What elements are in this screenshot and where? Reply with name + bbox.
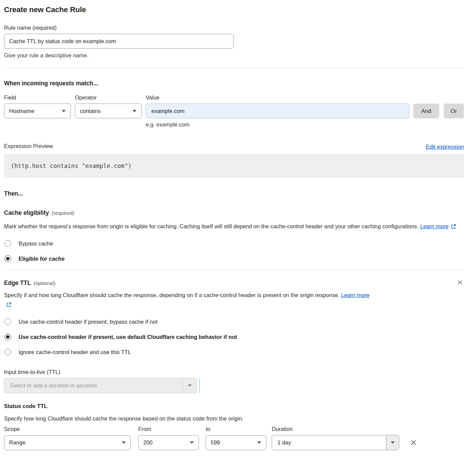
expression-preview-code: (http.host contains "example.com") bbox=[4, 154, 464, 178]
edit-expression-link[interactable]: Edit expression bbox=[426, 144, 464, 150]
required-tag: (required) bbox=[52, 210, 74, 216]
edge-ttl-description: Specify if and how long Cloudflare shoul… bbox=[4, 290, 377, 310]
cache-eligibility-description: Mark whether the request’s response from… bbox=[4, 222, 459, 232]
ttl-input-label: Input time-to-live (TTL) bbox=[4, 368, 464, 376]
cache-eligibility-learn-more-link[interactable]: Learn more bbox=[420, 223, 448, 229]
duration-select[interactable]: 1 day bbox=[272, 435, 399, 450]
status-code-ttl-section: Status code TTL Specify how long Cloudfl… bbox=[4, 402, 464, 450]
radio-icon bbox=[4, 240, 11, 247]
edge-ttl-close-icon[interactable] bbox=[456, 279, 464, 286]
radio-icon bbox=[4, 318, 11, 325]
scope-select[interactable]: Range bbox=[4, 435, 131, 450]
field-select-value: Hostname bbox=[9, 108, 34, 114]
from-label: From bbox=[138, 425, 206, 433]
duration-label: Duration bbox=[272, 425, 293, 433]
then-heading: Then... bbox=[4, 189, 464, 198]
optional-tag: (optional) bbox=[34, 280, 56, 286]
cache-eligibility-section: Cache eligibility(required) Mark whether… bbox=[4, 208, 464, 262]
radio-icon bbox=[4, 255, 11, 262]
expression-preview-label: Expression Preview bbox=[4, 142, 53, 150]
radio-icon bbox=[4, 349, 11, 355]
status-code-ttl-heading: Status code TTL bbox=[4, 402, 464, 410]
radio-option-ignore-header[interactable]: Ignore cache-control header and use this… bbox=[4, 349, 464, 355]
chevron-down-icon bbox=[132, 110, 137, 112]
ttl-select-arrow-button[interactable] bbox=[182, 378, 197, 393]
radio-option-use-header-default[interactable]: Use cache-control header if present, use… bbox=[4, 334, 464, 340]
edge-ttl-title: Edge TTL bbox=[4, 280, 31, 286]
external-link-icon bbox=[451, 222, 456, 232]
field-label: Field bbox=[4, 93, 75, 102]
duration-select-arrow-button[interactable] bbox=[386, 435, 399, 450]
value-helper: e.g. example.com bbox=[146, 121, 464, 128]
duration-select-value: 1 day bbox=[272, 435, 386, 450]
radio-label: Use cache-control header if present, use… bbox=[19, 334, 237, 340]
edge-ttl-description-text: Specify if and how long Cloudflare shoul… bbox=[4, 292, 339, 298]
ttl-duration-select[interactable]: Select or add a duration in seconds bbox=[4, 378, 197, 393]
scope-select-value: Range bbox=[9, 439, 26, 446]
chevron-down-icon bbox=[122, 441, 126, 444]
value-label: Value bbox=[146, 93, 159, 102]
status-code-ttl-description: Specify how long Cloudflare should cache… bbox=[4, 414, 464, 423]
operator-select[interactable]: contains bbox=[75, 104, 142, 118]
section-divider bbox=[4, 270, 464, 270]
edge-ttl-heading: Edge TTL(optional) bbox=[4, 279, 55, 288]
cache-eligibility-description-text: Mark whether the request’s response from… bbox=[4, 223, 419, 229]
cache-eligibility-heading: Cache eligibility(required) bbox=[4, 208, 464, 218]
rule-name-helper: Give your rule a descriptive name. bbox=[4, 51, 464, 59]
external-link-icon bbox=[6, 300, 11, 310]
radio-option-eligible-for-cache[interactable]: Eligible for cache bbox=[4, 255, 464, 262]
to-select-value: 599 bbox=[211, 439, 220, 446]
chevron-down-icon bbox=[62, 110, 66, 112]
chevron-down-icon bbox=[391, 441, 395, 444]
radio-label: Eligible for cache bbox=[19, 256, 65, 262]
rule-name-input[interactable] bbox=[4, 34, 234, 49]
radio-label: Ignore cache-control header and use this… bbox=[19, 349, 131, 355]
to-select[interactable]: 599 bbox=[206, 435, 266, 450]
radio-label: Bypass cache bbox=[19, 240, 53, 247]
chevron-down-icon bbox=[257, 441, 261, 444]
section-divider bbox=[4, 68, 464, 68]
and-button[interactable]: And bbox=[413, 104, 439, 118]
or-button[interactable]: Or bbox=[444, 104, 464, 118]
from-select[interactable]: 200 bbox=[138, 435, 199, 450]
from-select-value: 200 bbox=[143, 439, 153, 446]
rule-name-label: Rule name (required) bbox=[4, 24, 464, 32]
radio-icon bbox=[4, 334, 11, 340]
rule-name-section: Rule name (required) Give your rule a de… bbox=[4, 24, 464, 59]
scope-label: Scope bbox=[4, 425, 138, 433]
chevron-down-icon bbox=[190, 441, 194, 444]
radio-label: Use cache-control header if present, byp… bbox=[19, 319, 157, 325]
create-cache-rule-page: Create new Cache Rule Rule name (require… bbox=[0, 0, 476, 460]
field-select[interactable]: Hostname bbox=[4, 104, 71, 118]
chevron-down-icon bbox=[188, 384, 192, 387]
operator-select-value: contains bbox=[80, 108, 100, 114]
cache-eligibility-title: Cache eligibility bbox=[4, 209, 49, 216]
match-heading: When incoming requests match... bbox=[4, 79, 464, 88]
text-cursor bbox=[199, 378, 200, 393]
match-section: When incoming requests match... Field Op… bbox=[4, 79, 464, 178]
edge-ttl-section: Edge TTL(optional) Specify if and how lo… bbox=[4, 279, 464, 450]
remove-status-ttl-row-icon[interactable] bbox=[409, 438, 418, 447]
to-label: to bbox=[206, 425, 272, 433]
page-title: Create new Cache Rule bbox=[4, 5, 464, 15]
radio-option-use-header-bypass[interactable]: Use cache-control header if present, byp… bbox=[4, 318, 464, 325]
operator-label: Operator bbox=[75, 93, 146, 102]
ttl-duration-placeholder: Select or add a duration in seconds bbox=[4, 378, 182, 393]
value-input[interactable] bbox=[146, 104, 409, 118]
edge-ttl-learn-more-link[interactable]: Learn more bbox=[341, 292, 369, 298]
radio-option-bypass-cache[interactable]: Bypass cache bbox=[4, 240, 464, 247]
